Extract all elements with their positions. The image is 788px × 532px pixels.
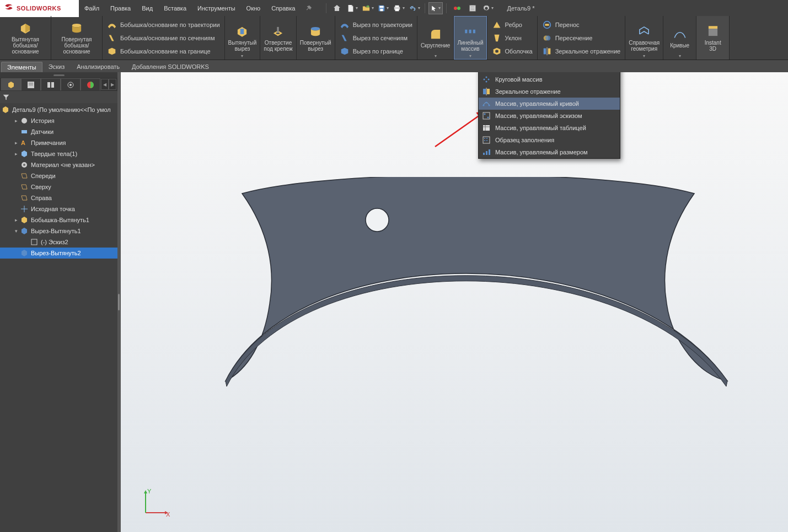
menu-tools[interactable]: Инструменты <box>192 0 241 16</box>
tree-node-label: Спереди <box>31 173 56 179</box>
dropdown-item[interactable]: Массив, управляемый эскизом <box>479 110 620 122</box>
tree-expand-icon[interactable]: ▸ <box>12 151 20 157</box>
menu-view[interactable]: Вид <box>136 0 158 16</box>
tab-evaluate[interactable]: Анализировать <box>71 61 126 72</box>
dropdown-item[interactable]: Образец заполнения <box>479 134 620 146</box>
panel-tab-scroll[interactable]: ◀▶ <box>101 79 116 90</box>
tree-filter-bar[interactable] <box>0 91 117 103</box>
command-tabbar: Элементы Эскиз Анализировать Добавления … <box>0 60 788 72</box>
tree-node[interactable]: ▾Вырез-Вытянуть1 <box>0 225 117 237</box>
ribbon: Вытянутая бобышка/основание Повернутая б… <box>0 16 788 60</box>
svg-rect-16 <box>473 29 475 33</box>
tree-node[interactable]: ▸История <box>0 115 117 126</box>
intersect-button[interactable]: Пересечение <box>540 32 623 44</box>
revolve-boss-button[interactable]: Повернутая бобышка/основание <box>51 16 103 60</box>
triad-x-label: X <box>166 511 170 518</box>
fillet-label: Скругление <box>421 42 451 49</box>
dropdown-item[interactable]: Круговой массив <box>479 73 620 85</box>
tree-root-node[interactable]: Деталь9 (По умолчанию<<По умол <box>0 104 117 115</box>
tree-expand-icon[interactable]: ▸ <box>12 217 20 223</box>
extrude-boss-button[interactable]: Вытянутая бобышка/основание <box>0 16 51 60</box>
config-manager-icon <box>46 80 55 89</box>
boundary-boss-button[interactable]: Бобышка/основание на границе <box>105 45 222 57</box>
loft-boss-button[interactable]: Бобышка/основание по сечениям <box>105 32 222 44</box>
instant3d-icon <box>706 24 720 39</box>
svg-point-46 <box>488 79 490 80</box>
curves-button[interactable]: Кривые ▾ <box>663 16 696 60</box>
svg-point-19 <box>545 35 550 40</box>
tree-node[interactable]: Справа <box>0 192 117 203</box>
model-body <box>187 177 749 453</box>
tree-node[interactable]: ▸Твердые тела(1) <box>0 148 117 159</box>
tree-node[interactable]: Сверху <box>0 181 117 192</box>
hole-wizard-button[interactable]: Отверстие под крепеж <box>260 16 296 60</box>
menu-file[interactable]: Файл <box>79 0 105 16</box>
loft-cut-button[interactable]: Вырез по сечениям <box>337 32 415 44</box>
svg-rect-25 <box>47 82 50 88</box>
ref-geometry-label: Справочная геометрия <box>629 40 660 52</box>
triad-y-label: Y <box>147 488 152 495</box>
filter-icon <box>2 93 10 101</box>
document-title: Деталь9 * <box>254 5 535 12</box>
instant3d-button[interactable]: Instant 3D <box>696 16 730 60</box>
menu-edit[interactable]: Правка <box>105 0 136 16</box>
svg-point-47 <box>486 81 487 83</box>
graphics-viewport[interactable]: ▾ ▾ Линейный массивКруговой массивЗеркал… <box>121 72 788 532</box>
shell-button[interactable]: Оболочка <box>490 45 535 57</box>
dropdown-item[interactable]: Массив, управляемый таблицей <box>479 122 620 134</box>
tab-addins[interactable]: Добавления SOLIDWORKS <box>126 61 215 72</box>
dropdown-item[interactable]: Массив, управляемый размером <box>479 146 620 158</box>
swept-cut-button[interactable]: Вырез по траектории <box>337 19 415 31</box>
panel-tab-display[interactable] <box>81 78 100 90</box>
svg-text:A: A <box>21 139 25 146</box>
tree-node-label: Справа <box>31 195 52 201</box>
draft-button[interactable]: Уклон <box>490 32 535 44</box>
svg-rect-56 <box>483 125 490 131</box>
tree-node-label: Сверху <box>31 184 51 190</box>
wrap-button[interactable]: Перенос <box>540 19 623 31</box>
tree-node-label: (-) Эскиз2 <box>41 239 68 245</box>
dropdown-item[interactable]: Зеркальное отражение <box>479 85 620 98</box>
panel-tab-config[interactable] <box>41 78 61 90</box>
feature-manager-panel: ◀▶ Деталь9 (По умолчанию<<По умол ▸Истор… <box>0 72 117 532</box>
sketch-icon <box>30 238 39 246</box>
pattern-type-icon <box>482 75 491 84</box>
tree-node[interactable]: ▸AПримечания <box>0 137 117 148</box>
tree-node[interactable]: (-) Эскиз2 <box>0 237 117 248</box>
boundary-cut-button[interactable]: Вырез по границе <box>337 45 415 57</box>
tree-node[interactable]: ▸Бобышка-Вытянуть1 <box>0 214 117 225</box>
dropdown-item[interactable]: Массив, управляемый кривой <box>479 98 620 110</box>
tree-expand-icon[interactable]: ▸ <box>12 140 20 146</box>
menu-insert[interactable]: Вставка <box>158 0 192 16</box>
revolve-cut-button[interactable]: Повернутый вырез <box>297 16 335 60</box>
tree-node[interactable]: Спереди <box>0 170 117 181</box>
tree-node[interactable]: Исходная точка <box>0 203 117 214</box>
tree-node[interactable]: Датчики <box>0 126 117 137</box>
tree-node[interactable]: Вырез-Вытянуть2 <box>0 248 117 259</box>
view-triad[interactable]: X Y <box>137 488 170 521</box>
tree-expand-icon[interactable]: ▾ <box>12 228 20 234</box>
logo-text: SOLIDWORKS <box>17 5 61 12</box>
rib-button[interactable]: Ребро <box>490 19 535 31</box>
linear-pattern-button[interactable]: Линейный массив ▾ <box>454 16 487 60</box>
tree-expand-icon[interactable]: ▸ <box>12 118 20 123</box>
ref-geometry-button[interactable]: Справочная геометрия ▾ <box>625 16 663 60</box>
boundary-cut-icon <box>340 46 350 56</box>
tree-node-label: Материал <не указан> <box>31 162 95 168</box>
swept-boss-button[interactable]: Бобышка/основание по траектории <box>105 19 222 31</box>
tab-features[interactable]: Элементы <box>1 62 42 72</box>
tree-node[interactable]: Материал <не указан> <box>0 159 117 170</box>
extrude-cut-button[interactable]: Вытянутый вырез ▾ <box>225 16 261 60</box>
pattern-type-icon <box>482 87 491 96</box>
panel-tab-feature-tree[interactable] <box>1 78 21 90</box>
tab-sketch[interactable]: Эскиз <box>42 61 71 72</box>
panel-tab-dimxpert[interactable] <box>61 78 81 90</box>
revolve-cut-label: Повернутый вырез <box>300 40 331 52</box>
fillet-button[interactable]: Скругление ▾ <box>417 16 454 60</box>
dropdown-item-label: Круговой массив <box>495 76 543 83</box>
dropdown-item-label: Массив, управляемый кривой <box>495 100 579 107</box>
swept-boss-icon <box>107 20 117 30</box>
panel-tab-property[interactable] <box>21 78 41 90</box>
feature-tree-icon <box>7 80 15 89</box>
mirror-button[interactable]: Зеркальное отражение <box>540 45 623 57</box>
